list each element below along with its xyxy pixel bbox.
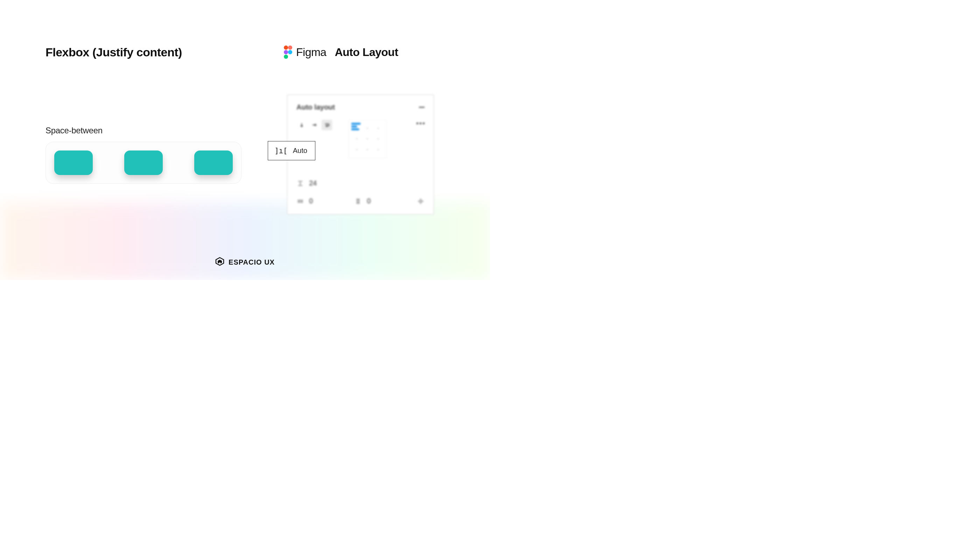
vertical-padding-icon bbox=[354, 197, 362, 205]
gap-between-icon: ]ı[ bbox=[274, 146, 287, 155]
figma-title-row: Figma Auto Layout bbox=[283, 45, 458, 59]
vertical-padding-value[interactable]: 0 bbox=[367, 197, 371, 205]
direction-buttons bbox=[297, 120, 332, 130]
flexbox-subtitle: Space-between bbox=[45, 126, 242, 135]
vertical-gap-icon bbox=[297, 180, 304, 187]
gap-auto-popup[interactable]: ]ı[ Auto bbox=[268, 141, 315, 160]
panel-more-icon[interactable] bbox=[417, 122, 425, 124]
direction-vertical-button[interactable] bbox=[297, 120, 307, 130]
panel-header: Auto layout bbox=[297, 103, 425, 111]
panel-direction-row bbox=[297, 120, 425, 158]
espacio-ux-logo-icon bbox=[215, 257, 224, 267]
svg-point-4 bbox=[284, 55, 288, 59]
collapse-icon[interactable] bbox=[419, 107, 425, 108]
direction-wrap-button[interactable] bbox=[322, 120, 332, 130]
direction-horizontal-button[interactable] bbox=[309, 120, 320, 130]
vertical-gap-value[interactable]: 24 bbox=[309, 179, 317, 187]
gap-value-label: Auto bbox=[293, 147, 307, 155]
footer-brand-text: ESPACIO UX bbox=[228, 258, 275, 267]
svg-point-2 bbox=[284, 50, 288, 54]
background-gradient bbox=[0, 203, 490, 280]
alignment-grid[interactable] bbox=[348, 120, 387, 158]
svg-rect-8 bbox=[219, 262, 220, 264]
independent-padding-icon[interactable] bbox=[417, 197, 425, 205]
right-column: Figma Auto Layout bbox=[283, 45, 458, 59]
svg-point-0 bbox=[284, 45, 288, 50]
left-column: Flexbox (Justify content) Space-between bbox=[45, 45, 242, 184]
panel-title: Auto layout bbox=[297, 103, 335, 111]
svg-point-1 bbox=[288, 45, 292, 50]
footer-brand: ESPACIO UX bbox=[0, 257, 490, 267]
flex-demo-container bbox=[45, 142, 242, 184]
figma-panel-wrap: Auto layout bbox=[287, 95, 434, 215]
svg-point-3 bbox=[288, 50, 292, 54]
flex-item bbox=[194, 150, 233, 175]
panel-padding-row: 0 0 bbox=[297, 197, 425, 205]
horizontal-padding-value[interactable]: 0 bbox=[309, 197, 313, 205]
figma-label: Figma bbox=[296, 46, 326, 59]
panel-vertical-gap-row: 24 bbox=[297, 179, 425, 187]
flexbox-title: Flexbox (Justify content) bbox=[45, 45, 242, 59]
flex-item bbox=[124, 150, 163, 175]
svg-rect-5 bbox=[420, 200, 422, 202]
figma-logo-icon bbox=[283, 45, 293, 59]
alignment-indicator-icon bbox=[352, 123, 360, 130]
autolayout-label: Auto Layout bbox=[335, 46, 398, 59]
horizontal-padding-icon bbox=[297, 197, 304, 205]
flex-item bbox=[54, 150, 93, 175]
